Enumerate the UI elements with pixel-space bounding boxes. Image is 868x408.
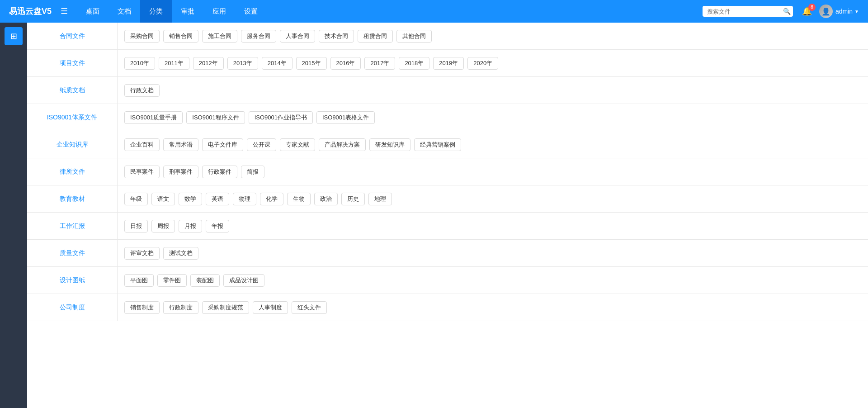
tag-item[interactable]: 2015年 — [296, 57, 327, 70]
category-row: 合同文件采购合同销售合同施工合同服务合同人事合同技术合同租赁合同其他合同 — [27, 23, 868, 50]
tag-item[interactable]: ISO9001程序文件 — [186, 111, 245, 124]
tag-item[interactable]: 物理 — [233, 193, 256, 205]
tag-item[interactable]: ISO9001表格文件 — [316, 111, 375, 124]
tag-item[interactable]: ISO9001作业指导书 — [249, 111, 313, 124]
tag-item[interactable]: 日报 — [124, 220, 148, 232]
tag-item[interactable]: 年报 — [206, 220, 229, 232]
category-name-6[interactable]: 教育教材 — [27, 185, 118, 212]
tag-item[interactable]: 公开课 — [247, 138, 276, 151]
tag-item[interactable]: 人事制度 — [253, 301, 288, 314]
tag-item[interactable]: 人事合同 — [280, 30, 315, 43]
tag-item[interactable]: 化学 — [260, 193, 283, 205]
main-nav: 桌面文档分类审批应用设置 — [77, 0, 267, 23]
search-input[interactable] — [707, 8, 783, 15]
user-dropdown-icon[interactable]: ▼ — [854, 9, 859, 14]
tag-item[interactable]: 服务合同 — [241, 30, 276, 43]
nav-item-审批[interactable]: 审批 — [172, 0, 203, 23]
tag-item[interactable]: 2019年 — [433, 57, 464, 70]
category-name-0[interactable]: 合同文件 — [27, 23, 118, 49]
nav-item-分类[interactable]: 分类 — [140, 0, 172, 23]
category-row: 质量文件评审文档测试文档 — [27, 240, 868, 267]
tag-item[interactable]: 租赁合同 — [358, 30, 393, 43]
tag-item[interactable]: 2018年 — [399, 57, 429, 70]
username-label: admin — [835, 8, 853, 15]
category-name-5[interactable]: 律所文件 — [27, 158, 118, 185]
category-row: ISO9001体系文件ISO9001质量手册ISO9001程序文件ISO9001… — [27, 104, 868, 131]
tag-item[interactable]: 政治 — [314, 193, 338, 205]
tag-item[interactable]: 刑事案件 — [163, 166, 198, 178]
category-tags-7: 日报周报月报年报 — [118, 213, 868, 239]
search-box[interactable]: 🔍 — [703, 6, 793, 17]
category-name-7[interactable]: 工作汇报 — [27, 213, 118, 239]
tag-item[interactable]: 红头文件 — [292, 301, 327, 314]
tag-item[interactable]: 地理 — [368, 193, 392, 205]
tag-item[interactable]: 英语 — [206, 193, 229, 205]
tag-item[interactable]: 2013年 — [227, 57, 258, 70]
tag-item[interactable]: 2010年 — [124, 57, 155, 70]
tag-item[interactable]: 行政案件 — [202, 166, 237, 178]
tag-item[interactable]: 专家文献 — [280, 138, 315, 151]
tag-item[interactable]: 平面图 — [124, 274, 154, 287]
tag-item[interactable]: 测试文档 — [163, 247, 198, 260]
category-name-10[interactable]: 公司制度 — [27, 294, 118, 321]
tag-item[interactable]: 年级 — [124, 193, 148, 205]
tag-item[interactable]: 月报 — [179, 220, 202, 232]
category-row: 公司制度销售制度行政制度采购制度规范人事制度红头文件 — [27, 294, 868, 321]
tag-item[interactable]: 行政文档 — [124, 84, 160, 97]
category-row: 工作汇报日报周报月报年报 — [27, 213, 868, 240]
category-tags-5: 民事案件刑事案件行政案件简报 — [118, 158, 868, 185]
category-row: 律所文件民事案件刑事案件行政案件简报 — [27, 158, 868, 185]
nav-item-桌面[interactable]: 桌面 — [77, 0, 108, 23]
category-row: 教育教材年级语文数学英语物理化学生物政治历史地理 — [27, 185, 868, 213]
tag-item[interactable]: 2020年 — [467, 57, 498, 70]
nav-item-应用[interactable]: 应用 — [203, 0, 235, 23]
tag-item[interactable]: 采购合同 — [124, 30, 160, 43]
tag-item[interactable]: 经典营销案例 — [414, 138, 461, 151]
tag-item[interactable]: 产品解决方案 — [319, 138, 366, 151]
tag-item[interactable]: 企业百科 — [124, 138, 160, 151]
tag-item[interactable]: 数学 — [179, 193, 202, 205]
grid-icon: ⊞ — [10, 31, 17, 41]
tag-item[interactable]: 2012年 — [193, 57, 224, 70]
tag-item[interactable]: ISO9001质量手册 — [124, 111, 183, 124]
tag-item[interactable]: 语文 — [151, 193, 175, 205]
tag-item[interactable]: 电子文件库 — [202, 138, 243, 151]
tag-item[interactable]: 其他合同 — [396, 30, 432, 43]
sidebar-item-grid[interactable]: ⊞ — [5, 27, 23, 45]
tag-item[interactable]: 2016年 — [330, 57, 361, 70]
tag-item[interactable]: 施工合同 — [202, 30, 237, 43]
tag-item[interactable]: 销售制度 — [124, 301, 160, 314]
tag-item[interactable]: 零件图 — [157, 274, 187, 287]
tag-item[interactable]: 常用术语 — [163, 138, 198, 151]
tag-item[interactable]: 民事案件 — [124, 166, 160, 178]
tag-item[interactable]: 成品设计图 — [223, 274, 264, 287]
category-name-9[interactable]: 设计图纸 — [27, 267, 118, 294]
tag-item[interactable]: 评审文档 — [124, 247, 160, 260]
tag-item[interactable]: 周报 — [151, 220, 175, 232]
tag-item[interactable]: 生物 — [287, 193, 311, 205]
category-name-4[interactable]: 企业知识库 — [27, 131, 118, 158]
category-name-8[interactable]: 质量文件 — [27, 240, 118, 266]
tag-item[interactable]: 行政制度 — [163, 301, 198, 314]
category-name-1[interactable]: 项目文件 — [27, 50, 118, 76]
category-tags-8: 评审文档测试文档 — [118, 240, 868, 266]
header-right: 🔔 8 👤 admin ▼ — [802, 5, 859, 18]
tag-item[interactable]: 销售合同 — [163, 30, 198, 43]
main-content: 合同文件采购合同销售合同施工合同服务合同人事合同技术合同租赁合同其他合同项目文件… — [27, 23, 868, 408]
tag-item[interactable]: 历史 — [341, 193, 365, 205]
tag-item[interactable]: 简报 — [241, 166, 264, 178]
category-name-2[interactable]: 纸质文档 — [27, 77, 118, 104]
tag-item[interactable]: 2011年 — [159, 57, 189, 70]
category-name-3[interactable]: ISO9001体系文件 — [27, 104, 118, 131]
tag-item[interactable]: 采购制度规范 — [202, 301, 249, 314]
nav-item-设置[interactable]: 设置 — [235, 0, 267, 23]
avatar[interactable]: 👤 — [819, 5, 833, 18]
notification-bell[interactable]: 🔔 8 — [802, 6, 812, 16]
nav-item-文档[interactable]: 文档 — [108, 0, 140, 23]
tag-item[interactable]: 研发知识库 — [369, 138, 410, 151]
tag-item[interactable]: 2014年 — [262, 57, 292, 70]
menu-icon[interactable]: ☰ — [61, 6, 68, 16]
tag-item[interactable]: 2017年 — [364, 57, 395, 70]
tag-item[interactable]: 技术合同 — [319, 30, 354, 43]
tag-item[interactable]: 装配图 — [190, 274, 220, 287]
